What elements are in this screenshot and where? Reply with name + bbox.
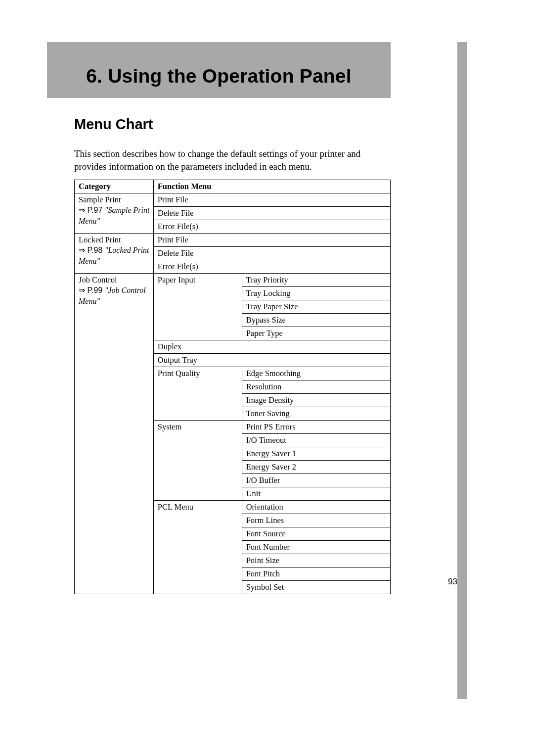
- subfunction-cell: Energy Saver 2: [242, 461, 390, 474]
- subfunction-cell: Image Density: [242, 394, 390, 407]
- function-cell: Print File: [153, 193, 390, 207]
- function-cell: Duplex: [153, 340, 390, 354]
- category-cell: Locked Print⇒ P.98 "Locked Print Menu": [75, 234, 154, 274]
- table-row: Locked Print⇒ P.98 "Locked Print Menu"Pr…: [75, 234, 391, 247]
- category-name: Job Control: [79, 275, 117, 284]
- subfunction-cell: I/O Buffer: [242, 474, 390, 487]
- header-accent-bar: [47, 42, 391, 54]
- subfunction-cell: Symbol Set: [242, 581, 390, 594]
- subfunction-cell: Font Pitch: [242, 567, 390, 581]
- subfunction-cell: Resolution: [242, 380, 390, 394]
- function-cell: Delete File: [153, 247, 390, 260]
- header-category: Category: [75, 180, 154, 193]
- page-number: 93: [448, 577, 457, 587]
- table-row: Sample Print⇒ P.97 "Sample Print Menu"Pr…: [75, 193, 391, 207]
- arrow-icon: ⇒ P.97: [79, 206, 105, 214]
- function-cell: Error File(s): [153, 260, 390, 274]
- subfunction-cell: Font Source: [242, 527, 390, 541]
- cross-reference: ⇒ P.99 "Job Control Menu": [79, 285, 150, 306]
- header-function: Function Menu: [153, 180, 390, 193]
- subfunction-cell: Paper Type: [242, 327, 390, 340]
- subfunction-cell: Energy Saver 1: [242, 447, 390, 461]
- right-accent-sidebar: [457, 42, 467, 699]
- content-area: Menu Chart This section describes how to…: [74, 116, 391, 594]
- subfunction-cell: Point Size: [242, 554, 390, 567]
- subfunction-cell: Print PS Errors: [242, 421, 390, 434]
- function-cell: Paper Input: [153, 274, 242, 340]
- function-cell: Delete File: [153, 207, 390, 220]
- function-cell: PCL Menu: [153, 501, 242, 594]
- subfunction-cell: Font Number: [242, 541, 390, 554]
- chapter-title: 6. Using the Operation Panel: [86, 65, 352, 87]
- function-cell: Print File: [153, 234, 390, 247]
- subfunction-cell: Unit: [242, 487, 390, 501]
- function-cell: Output Tray: [153, 354, 390, 367]
- subfunction-cell: Form Lines: [242, 514, 390, 527]
- cross-reference: ⇒ P.97 "Sample Print Menu": [79, 205, 150, 226]
- function-cell: Print Quality: [153, 367, 242, 421]
- category-cell: Sample Print⇒ P.97 "Sample Print Menu": [75, 193, 154, 234]
- subfunction-cell: I/O Timeout: [242, 434, 390, 447]
- category-cell: Job Control⇒ P.99 "Job Control Menu": [75, 274, 154, 594]
- chapter-heading-block: 6. Using the Operation Panel: [47, 54, 391, 98]
- section-title: Menu Chart: [74, 116, 391, 133]
- subfunction-cell: Bypass Size: [242, 314, 390, 327]
- subfunction-cell: Edge Smoothing: [242, 367, 390, 380]
- function-cell: System: [153, 421, 242, 501]
- subfunction-cell: Tray Priority: [242, 274, 390, 287]
- cross-reference: ⇒ P.98 "Locked Print Menu": [79, 245, 150, 266]
- subfunction-cell: Tray Locking: [242, 287, 390, 300]
- table-header-row: Category Function Menu: [75, 180, 391, 193]
- menu-chart-table: Category Function Menu Sample Print⇒ P.9…: [74, 180, 391, 594]
- function-cell: Error File(s): [153, 220, 390, 234]
- subfunction-cell: Tray Paper Size: [242, 300, 390, 314]
- subfunction-cell: Orientation: [242, 501, 390, 514]
- arrow-icon: ⇒ P.99: [79, 286, 105, 294]
- table-row: Job Control⇒ P.99 "Job Control Menu"Pape…: [75, 274, 391, 287]
- intro-paragraph: This section describes how to change the…: [74, 147, 391, 173]
- arrow-icon: ⇒ P.98: [79, 246, 105, 254]
- document-page: 6. Using the Operation Panel Menu Chart …: [0, 0, 534, 756]
- category-name: Locked Print: [79, 235, 121, 244]
- subfunction-cell: Toner Saving: [242, 407, 390, 421]
- category-name: Sample Print: [79, 195, 121, 204]
